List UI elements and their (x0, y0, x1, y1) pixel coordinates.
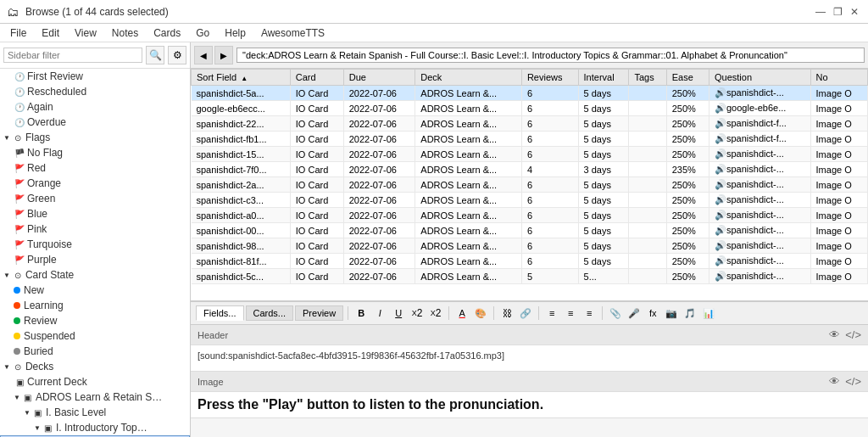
sidebar-search-button[interactable]: 🔍 (146, 46, 164, 64)
superscript-button[interactable]: X2 (409, 305, 426, 322)
sidebar-item-no-flag[interactable]: 🏴 No Flag (0, 145, 190, 160)
field-image-eye-icon[interactable]: 👁 (829, 375, 840, 388)
unlink-button[interactable]: 🔗 (517, 305, 534, 322)
sidebar-item-intro-topics[interactable]: ▼ ▣ I. Introductory Topics & Gram... (0, 420, 190, 435)
sidebar-settings-button[interactable]: ⚙ (168, 46, 186, 64)
sidebar-item-purple[interactable]: 🚩 Purple (0, 252, 190, 267)
table-row[interactable]: spanishdict-81f...IO Card2022-07-06ADROS… (192, 254, 868, 269)
table-row[interactable]: spanishdict-7f0...IO Card2022-07-06ADROS… (192, 162, 868, 177)
table-row[interactable]: spanishdict-5a...IO Card2022-07-06ADROS … (192, 86, 868, 101)
audio-button[interactable]: 🎤 (626, 305, 643, 322)
field-code-icon[interactable]: </> (845, 328, 861, 341)
close-button[interactable]: ✕ (848, 5, 861, 19)
field-header-content[interactable]: [sound:spanishdict-5acfa8ec-4bfd3915-19f… (191, 345, 868, 371)
table-cell: spanishdict-fb1... (192, 132, 291, 147)
table-row[interactable]: google-eb6ecc...IO Card2022-07-06ADROS L… (192, 101, 868, 116)
sidebar-item-overdue[interactable]: 🕐 Overdue (0, 115, 190, 130)
sidebar-item-pink[interactable]: 🚩 Pink (0, 221, 190, 237)
menu-file[interactable]: File (3, 25, 33, 41)
field-eye-icon[interactable]: 👁 (829, 328, 840, 341)
table-cell: 250% (666, 223, 709, 238)
sidebar-item-current-deck[interactable]: ▣ Current Deck (0, 374, 190, 389)
col-interval[interactable]: Interval (578, 70, 629, 86)
field-image-content[interactable]: Press the "Play" button to listen to the… (191, 392, 868, 417)
sidebar-item-review[interactable]: Review (0, 313, 190, 328)
bold-button[interactable]: B (353, 305, 370, 322)
menu-help[interactable]: Help (218, 25, 253, 41)
highlight-button[interactable]: 🎨 (472, 305, 489, 322)
sidebar-item-flags[interactable]: ▼ ⊙ Flags (0, 130, 190, 145)
col-card[interactable]: Card (290, 70, 343, 86)
sidebar-item-suspended[interactable]: Suspended (0, 328, 190, 344)
subscript-button[interactable]: X2 (427, 305, 444, 322)
table-row[interactable]: spanishdict-c3...IO Card2022-07-06ADROS … (192, 193, 868, 208)
back-button[interactable]: ◀ (194, 46, 213, 64)
minimize-button[interactable]: — (814, 5, 827, 19)
font-color-button[interactable]: A (453, 305, 470, 322)
video-button[interactable]: 🎵 (682, 305, 698, 322)
menu-cards[interactable]: Cards (147, 25, 187, 41)
ordered-list-button[interactable]: ≡ (562, 305, 579, 322)
underline-button[interactable]: U (390, 305, 407, 322)
table-cell: Image O (810, 208, 867, 223)
indent-button[interactable]: ≡ (581, 305, 598, 322)
sidebar-item-again[interactable]: 🕐 Again (0, 99, 190, 115)
sidebar-item-blue[interactable]: 🚩 Blue (0, 206, 190, 221)
sidebar-item-orange[interactable]: 🚩 Orange (0, 176, 190, 191)
sidebar-filter-input[interactable] (3, 48, 142, 63)
menu-edit[interactable]: Edit (35, 25, 66, 41)
tab-preview[interactable]: Preview (295, 305, 343, 321)
sidebar-label: Blue (27, 208, 47, 220)
sidebar-item-buried[interactable]: Buried (0, 344, 190, 359)
table-row[interactable]: spanishdict-5c...IO Card2022-07-06ADROS … (192, 269, 868, 284)
tab-fields[interactable]: Fields... (196, 305, 244, 321)
tab-cards[interactable]: Cards... (246, 305, 294, 321)
col-due[interactable]: Due (343, 70, 415, 86)
sidebar-item-new[interactable]: New (0, 283, 190, 298)
search-input[interactable] (236, 48, 865, 63)
sidebar-item-first-review[interactable]: 🕐 First Review (0, 69, 190, 84)
unordered-list-button[interactable]: ≡ (543, 305, 560, 322)
maximize-button[interactable]: ❐ (831, 5, 844, 19)
table-cell (629, 193, 666, 208)
table-cell: IO Card (290, 132, 343, 147)
attachment-button[interactable]: 📎 (607, 305, 624, 322)
table-row[interactable]: spanishdict-22...IO Card2022-07-06ADROS … (192, 116, 868, 132)
menu-view[interactable]: View (68, 25, 103, 41)
italic-button[interactable]: I (371, 305, 388, 322)
sidebar-item-card-state[interactable]: ▼ ⊙ Card State (0, 267, 190, 283)
sidebar-label: Pink (27, 223, 47, 235)
table-row[interactable]: spanishdict-00...IO Card2022-07-06ADROS … (192, 223, 868, 238)
image-button[interactable]: 📷 (663, 305, 680, 322)
col-question[interactable]: Question (709, 70, 810, 86)
table-row[interactable]: spanishdict-15...IO Card2022-07-06ADROS … (192, 147, 868, 162)
table-cell: 6 (521, 223, 578, 238)
sidebar-item-basic-level[interactable]: ▼ ▣ I. Basic Level (0, 405, 190, 420)
col-sort-field[interactable]: Sort Field ▲ (192, 70, 291, 86)
col-reviews[interactable]: Reviews (521, 70, 578, 86)
table-row[interactable]: spanishdict-2a...IO Card2022-07-06ADROS … (192, 177, 868, 193)
table-row[interactable]: spanishdict-fb1...IO Card2022-07-06ADROS… (192, 132, 868, 147)
sidebar-item-red[interactable]: 🚩 Red (0, 160, 190, 176)
menu-go[interactable]: Go (189, 25, 216, 41)
col-tags[interactable]: Tags (629, 70, 666, 86)
sidebar-item-decks[interactable]: ▼ ⊙ Decks (0, 359, 190, 374)
col-deck[interactable]: Deck (415, 70, 522, 86)
sidebar-item-green[interactable]: 🚩 Green (0, 191, 190, 206)
forward-button[interactable]: ▶ (214, 46, 233, 64)
link-button[interactable]: ⛓ (498, 305, 515, 322)
col-note[interactable]: No (810, 70, 867, 86)
menu-notes[interactable]: Notes (105, 25, 145, 41)
table-row[interactable]: spanishdict-98...IO Card2022-07-06ADROS … (192, 238, 868, 254)
table-row[interactable]: spanishdict-a0...IO Card2022-07-06ADROS … (192, 208, 868, 223)
sidebar-item-learning[interactable]: Learning (0, 298, 190, 313)
table-button[interactable]: 📊 (700, 305, 717, 322)
formula-button[interactable]: fx (644, 305, 661, 322)
col-ease[interactable]: Ease (666, 70, 709, 86)
table-cell: ADROS Learn &... (415, 269, 522, 284)
field-image-code-icon[interactable]: </> (845, 375, 861, 388)
menu-awesometss[interactable]: AwesomeTTS (254, 25, 331, 41)
sidebar-item-adros[interactable]: ▼ ▣ ADROS Learn & Retain Spanish - Ful..… (0, 389, 190, 405)
sidebar-item-turquoise[interactable]: 🚩 Turquoise (0, 237, 190, 252)
sidebar-item-rescheduled[interactable]: 🕐 Rescheduled (0, 84, 190, 99)
